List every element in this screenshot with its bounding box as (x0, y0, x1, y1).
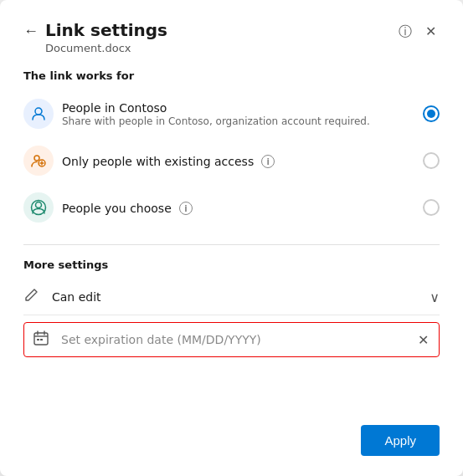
more-settings-label: More settings (23, 258, 440, 271)
header-title-group: Link settings Document.docx (45, 20, 395, 54)
svg-rect-7 (40, 339, 43, 340)
calendar-icon (33, 330, 53, 350)
choose-text-group: People you choose i (62, 200, 423, 216)
chevron-down-icon: ∨ (430, 289, 440, 305)
link-works-for-label: The link works for (23, 69, 440, 82)
contoso-radio[interactable] (423, 105, 440, 122)
option-choose[interactable]: People you choose i (23, 184, 440, 231)
expiration-clear-button[interactable]: ✕ (416, 332, 430, 348)
info-button[interactable]: ⓘ (395, 23, 415, 40)
existing-main-text: Only people with existing access (62, 155, 254, 168)
dialog-subtitle: Document.docx (45, 42, 395, 54)
svg-point-0 (35, 108, 42, 115)
choose-info-icon[interactable]: i (179, 202, 193, 215)
existing-radio[interactable] (423, 152, 440, 169)
contoso-main-text: People in Contoso (62, 101, 423, 115)
link-settings-dialog: ← Link settings Document.docx ⓘ ✕ The li… (0, 0, 463, 476)
existing-info-icon[interactable]: i (261, 155, 275, 168)
header-actions: ⓘ ✕ (395, 23, 440, 40)
dialog-header: ← Link settings Document.docx ⓘ ✕ (23, 20, 440, 54)
apply-button[interactable]: Apply (361, 425, 440, 456)
svg-point-1 (34, 156, 39, 161)
can-edit-text: Can edit (52, 290, 430, 304)
dialog-title: Link settings (45, 20, 395, 40)
choose-radio[interactable] (423, 199, 440, 216)
expiration-placeholder-text[interactable]: Set expiration date (MM/DD/YYYY) (61, 333, 416, 346)
option-existing[interactable]: Only people with existing access i (23, 137, 440, 184)
existing-icon (23, 146, 54, 176)
dialog-footer: Apply (23, 408, 440, 456)
contoso-icon (23, 99, 54, 129)
svg-rect-6 (37, 339, 39, 340)
contoso-sub-text: Share with people in Contoso, organizati… (62, 115, 423, 127)
choose-main-text: People you choose (62, 202, 172, 215)
option-contoso[interactable]: People in Contoso Share with people in C… (23, 90, 440, 137)
divider (23, 244, 440, 245)
can-edit-row[interactable]: Can edit ∨ (23, 279, 440, 315)
choose-icon (23, 192, 54, 223)
close-button[interactable]: ✕ (422, 23, 440, 40)
existing-text-group: Only people with existing access i (62, 153, 423, 169)
back-button[interactable]: ← (23, 22, 45, 38)
pencil-icon (23, 288, 44, 306)
svg-point-3 (36, 202, 42, 208)
expiration-row[interactable]: Set expiration date (MM/DD/YYYY) ✕ (23, 322, 440, 357)
contoso-text-group: People in Contoso Share with people in C… (62, 101, 423, 127)
